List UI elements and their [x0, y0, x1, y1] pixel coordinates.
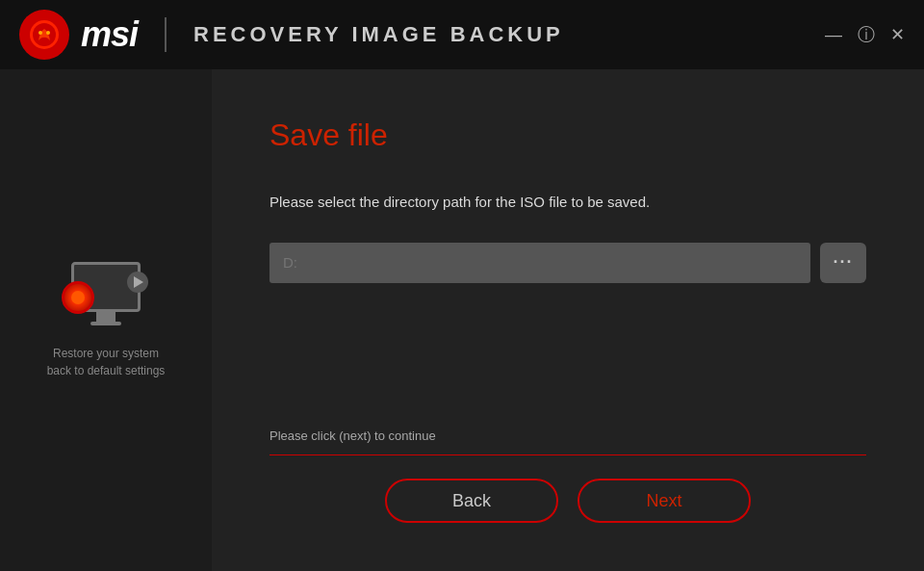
- window-controls: — ⓘ ✕: [825, 26, 905, 43]
- sidebar-label: Restore your system back to default sett…: [47, 345, 166, 379]
- msi-logo-text: msi: [81, 14, 138, 55]
- minimize-button[interactable]: —: [825, 26, 842, 43]
- title-bar: msi RECOVERY IMAGE BACKUP — ⓘ ✕: [0, 0, 924, 69]
- content-area: Save file Please select the directory pa…: [212, 69, 924, 571]
- description-text: Please select the directory path for the…: [270, 192, 866, 214]
- button-row: Back Next: [270, 479, 866, 523]
- close-button[interactable]: ✕: [890, 26, 905, 43]
- info-button[interactable]: ⓘ: [858, 26, 875, 43]
- path-row: ···: [270, 243, 866, 283]
- app-title: RECOVERY IMAGE BACKUP: [193, 22, 564, 47]
- browse-button[interactable]: ···: [820, 243, 866, 283]
- monitor-stand-icon: [96, 312, 116, 322]
- main-layout: Restore your system back to default sett…: [0, 69, 924, 571]
- dragon-icon: [31, 21, 58, 48]
- hint-text: Please click (next) to continue: [270, 428, 866, 443]
- svg-point-2: [46, 31, 50, 35]
- restore-icon: [71, 262, 141, 329]
- next-button[interactable]: Next: [578, 479, 751, 523]
- page-title: Save file: [270, 117, 866, 153]
- divider-line: [270, 454, 866, 455]
- msi-dragon-logo: [19, 10, 69, 60]
- sidebar: Restore your system back to default sett…: [0, 69, 212, 571]
- logo-area: msi RECOVERY IMAGE BACKUP: [19, 10, 564, 60]
- path-input[interactable]: [270, 243, 810, 283]
- title-divider: [165, 17, 167, 52]
- back-button[interactable]: Back: [385, 479, 558, 523]
- play-button-icon: [127, 272, 148, 293]
- svg-point-1: [38, 31, 42, 35]
- monitor-base-icon: [90, 322, 121, 325]
- record-button-icon: [62, 281, 94, 314]
